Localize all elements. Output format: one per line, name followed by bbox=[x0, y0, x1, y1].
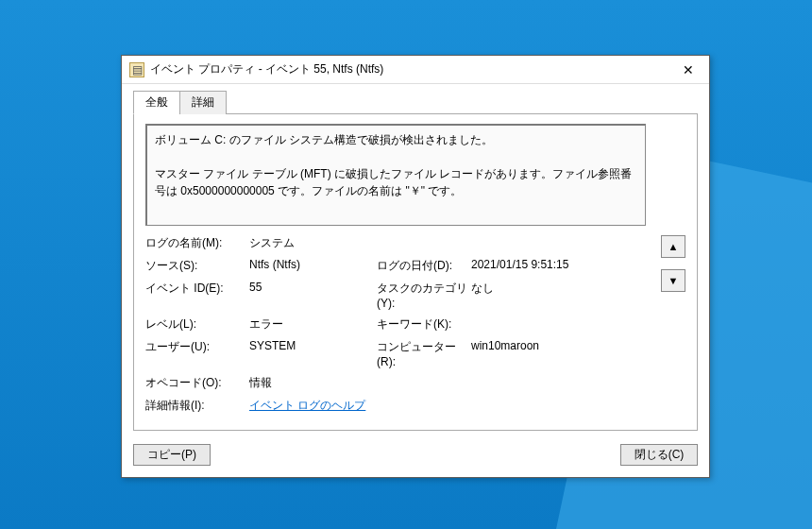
source-value: Ntfs (Ntfs) bbox=[249, 258, 377, 274]
arrow-up-icon[interactable]: ▲ bbox=[661, 235, 685, 258]
copy-button[interactable]: コピー(P) bbox=[133, 444, 211, 466]
moreinfo-label: 詳細情報(I): bbox=[145, 398, 249, 414]
user-value: SYSTEM bbox=[249, 339, 377, 368]
computer-value: win10maroon bbox=[471, 339, 646, 368]
tab-details[interactable]: 詳細 bbox=[179, 91, 227, 114]
nav-buttons: ▲ ▼ bbox=[661, 235, 685, 292]
logged-label: ログの日付(D): bbox=[377, 258, 471, 274]
content-area: 全般 詳細 ボリューム C: のファイル システム構造で破損が検出されました。 … bbox=[122, 84, 709, 435]
level-label: レベル(L): bbox=[145, 316, 249, 333]
tab-general[interactable]: 全般 bbox=[133, 91, 180, 114]
event-id-value: 55 bbox=[249, 281, 377, 310]
tabpanel-general: ボリューム C: のファイル システム構造で破損が検出されました。 マスター フ… bbox=[133, 114, 698, 431]
keywords-value bbox=[471, 316, 646, 333]
keywords-label: キーワード(K): bbox=[377, 316, 471, 333]
event-log-help-link[interactable]: イベント ログのヘルプ bbox=[249, 399, 365, 412]
opcode-label: オペコード(O): bbox=[145, 375, 249, 391]
description-line1: ボリューム C: のファイル システム構造で破損が検出されました。 bbox=[155, 131, 637, 148]
event-properties-window: ▤ イベント プロパティ - イベント 55, Ntfs (Ntfs) ✕ 全般… bbox=[121, 55, 710, 478]
tab-strip: 全般 詳細 bbox=[133, 90, 698, 114]
category-value: なし bbox=[471, 281, 646, 310]
log-name-label: ログの名前(M): bbox=[145, 235, 249, 251]
description-line2: マスター ファイル テーブル (MFT) に破損したファイル レコードがあります… bbox=[155, 165, 637, 199]
logged-value: 2021/01/15 9:51:15 bbox=[471, 258, 646, 274]
titlebar[interactable]: ▤ イベント プロパティ - イベント 55, Ntfs (Ntfs) ✕ bbox=[122, 56, 709, 84]
level-value: エラー bbox=[249, 316, 377, 333]
app-icon: ▤ bbox=[129, 62, 144, 77]
event-description[interactable]: ボリューム C: のファイル システム構造で破損が検出されました。 マスター フ… bbox=[145, 124, 646, 226]
source-label: ソース(S): bbox=[145, 258, 249, 274]
event-id-label: イベント ID(E): bbox=[145, 281, 249, 310]
window-title: イベント プロパティ - イベント 55, Ntfs (Ntfs) bbox=[150, 61, 667, 77]
close-icon[interactable]: ✕ bbox=[667, 56, 709, 83]
arrow-down-icon[interactable]: ▼ bbox=[661, 269, 685, 292]
close-button[interactable]: 閉じる(C) bbox=[620, 444, 698, 466]
properties-grid: ログの名前(M): システム ソース(S): Ntfs (Ntfs) ログの日付… bbox=[145, 235, 646, 414]
opcode-value: 情報 bbox=[249, 375, 377, 391]
dialog-buttons: コピー(P) 閉じる(C) bbox=[122, 435, 709, 477]
log-name-value: システム bbox=[249, 235, 377, 251]
category-label: タスクのカテゴリ(Y): bbox=[377, 281, 471, 310]
user-label: ユーザー(U): bbox=[145, 339, 249, 368]
computer-label: コンピューター(R): bbox=[377, 339, 471, 368]
